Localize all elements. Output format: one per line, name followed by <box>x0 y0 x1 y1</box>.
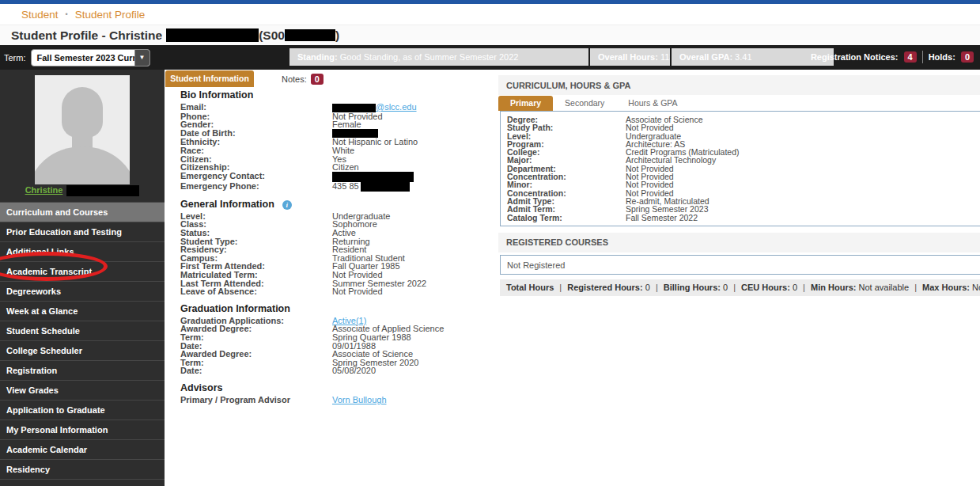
bio-row-emergency-phone: Emergency Phone:435 85 <box>180 182 498 192</box>
breadcrumb-student-profile[interactable]: Student Profile <box>75 9 146 21</box>
avatar-silhouette-torso <box>35 146 130 184</box>
bio-information-heading: Bio Information <box>180 89 498 101</box>
registered-hours-label: Registered Hours: <box>567 283 642 292</box>
bio-row-email: Email:@slcc.edu <box>180 103 498 112</box>
sidebar-item-additional-links[interactable]: Additional Links <box>0 242 165 262</box>
curriculum-row-degree: Degree:Associate of Science <box>507 116 980 123</box>
curriculum-tab-bar: Primary Secondary Hours & GPA <box>498 95 980 111</box>
sidebar-item-registration[interactable]: Registration <box>0 361 165 381</box>
overall-hours-label: Overall Hours: <box>598 52 658 62</box>
max-hours-value: Not available <box>972 283 980 292</box>
separator: | <box>911 283 920 292</box>
breadcrumb: Student • Student Profile <box>0 4 980 25</box>
sidebar: Christine Curriculum and Courses Prior E… <box>0 70 165 486</box>
sidebar-item-application-to-graduate[interactable]: Application to Graduate <box>0 401 165 420</box>
registered-hours-value: 0 <box>645 283 650 292</box>
sidebar-item-academic-transcript[interactable]: Academic Transcript <box>0 262 165 282</box>
tab-hours-gpa[interactable]: Hours & GPA <box>616 96 689 111</box>
email-link[interactable]: @slcc.edu <box>376 102 417 112</box>
breadcrumb-student[interactable]: Student <box>21 9 59 21</box>
sidebar-item-view-grades[interactable]: View Grades <box>0 381 165 401</box>
curriculum-row-catalog-term: Catalog Term:Fall Semester 2022 <box>507 214 980 222</box>
advisor-link[interactable]: Vorn Bullough <box>332 396 387 404</box>
curriculum-fields-box: Degree:Associate of Science Study Path:N… <box>500 111 980 226</box>
tab-primary[interactable]: Primary <box>498 96 553 111</box>
page-title-id-open: (S00 <box>259 28 285 43</box>
sidebar-item-prior-education-and-testing[interactable]: Prior Education and Testing <box>0 222 165 242</box>
min-hours-value: Not available <box>859 283 910 292</box>
redacted-student-id <box>285 29 335 41</box>
curriculum-row-admit-type: Admit Type:Re-admit, Matriculated <box>507 197 980 205</box>
graduation-information-heading: Graduation Information <box>180 303 498 314</box>
overall-gpa-value: 3.41 <box>735 52 751 62</box>
student-information-panel: Student Information Notes: 0 Bio Informa… <box>165 70 498 486</box>
holds-label: Holds: <box>929 52 955 62</box>
standing-strip: Standing: Good Standing, as of Summer Se… <box>289 48 834 66</box>
standing-box: Standing: Good Standing, as of Summer Se… <box>289 48 588 66</box>
overall-gpa-box: Overall GPA: 3.41 <box>672 48 834 66</box>
registration-notices-label: Registration Notices: <box>811 52 899 62</box>
ceu-hours-value: 0 <box>793 283 797 292</box>
sidebar-student-name: Christine <box>0 185 165 196</box>
max-hours-label: Max Hours: <box>922 283 970 292</box>
standing-label: Standing: <box>297 52 338 62</box>
curriculum-row-admit-term: Admit Term:Spring Semester 2023 <box>507 205 980 213</box>
tab-notes[interactable]: Notes: 0 <box>282 70 324 87</box>
term-select[interactable]: Fall Semester 2023 Current ... ▼ <box>31 49 150 66</box>
notices-divider <box>922 51 923 63</box>
sidebar-item-student-schedule[interactable]: Student Schedule <box>0 321 165 341</box>
graduation-information-section: Graduation Information Graduation Applic… <box>180 303 498 375</box>
curriculum-panel-header[interactable]: CURRICULUM, HOURS & GPA <box>498 75 980 95</box>
overall-gpa-label: Overall GPA: <box>679 52 732 62</box>
registration-notices-badge[interactable]: 4 <box>904 51 917 63</box>
tab-student-information[interactable]: Student Information <box>165 70 254 87</box>
sidebar-item-degreeworks[interactable]: Degreeworks <box>0 282 165 302</box>
separator: | <box>653 283 661 292</box>
sidebar-menu: Curriculum and Courses Prior Education a… <box>0 202 165 480</box>
general-row-matriculated-term: Matriculated Term:Not Provided <box>180 271 498 279</box>
sidebar-item-residency[interactable]: Residency <box>0 460 165 480</box>
tab-secondary[interactable]: Secondary <box>553 96 616 111</box>
right-panels: CURRICULUM, HOURS & GPA Primary Secondar… <box>498 70 980 486</box>
billing-hours-value: 0 <box>723 283 728 292</box>
curriculum-row-concentration-2: Concentration:Not Provided <box>507 189 980 197</box>
ceu-hours-label: CEU Hours: <box>741 283 790 292</box>
graduation-row-date-2: Date:05/08/2020 <box>180 366 498 375</box>
sidebar-item-curriculum-and-courses[interactable]: Curriculum and Courses <box>0 203 165 222</box>
registered-courses-header[interactable]: REGISTERED COURSES <box>498 233 980 252</box>
billing-hours-label: Billing Hours: <box>664 283 721 292</box>
curriculum-row-concentration-1: Concentration:Not Provided <box>507 173 980 180</box>
page-title-id-close: ) <box>335 28 339 43</box>
separator: | <box>556 283 565 292</box>
redacted-sidebar-last-name <box>66 185 139 196</box>
total-hours-label: Total Hours <box>506 283 554 292</box>
bio-row-citizenship: Citizenship:Citizen <box>180 163 498 172</box>
curriculum-row-college: College:Credit Programs (Matriculated) <box>507 148 980 156</box>
sidebar-item-week-at-a-glance[interactable]: Week at a Glance <box>0 302 165 321</box>
info-icon[interactable]: i <box>282 200 292 210</box>
hours-totals-bar: Total Hours | Registered Hours: 0 | Bill… <box>500 279 980 296</box>
curriculum-panel-title: CURRICULUM, HOURS & GPA <box>506 81 630 90</box>
separator: | <box>800 283 808 292</box>
curriculum-row-program: Program:Architecture: AS <box>507 140 980 148</box>
redacted-email-prefix <box>332 104 376 112</box>
general-row-leave-of-absence: Leave of Absence:Not Provided <box>180 287 498 296</box>
graduation-row-term-1: Term:Spring Quarter 1988 <box>180 333 498 342</box>
min-hours-label: Min Hours: <box>811 283 856 292</box>
notes-count-badge: 0 <box>311 74 324 85</box>
registered-courses-empty-box: Not Registered <box>500 255 980 275</box>
registered-courses-title: REGISTERED COURSES <box>506 237 608 247</box>
sidebar-item-academic-calendar[interactable]: Academic Calendar <box>0 440 165 460</box>
notices-area: Registration Notices: 4 Holds: 0 <box>811 48 974 66</box>
sidebar-item-my-personal-information[interactable]: My Personal Information <box>0 420 165 440</box>
advisor-row: Primary / Program AdvisorVorn Bullough <box>180 396 498 404</box>
sidebar-item-college-scheduler[interactable]: College Scheduler <box>0 341 165 361</box>
curriculum-row-level: Level:Undergraduate <box>507 132 980 140</box>
bio-row-race: Race:White <box>180 146 498 155</box>
page-title-text: Student Profile - Christine <box>11 28 162 43</box>
student-info-tab-bar: Student Information Notes: 0 <box>165 70 498 87</box>
curriculum-row-minor: Minor:Not Provided <box>507 180 980 188</box>
chevron-down-icon[interactable]: ▼ <box>134 50 149 66</box>
student-name-link[interactable]: Christine <box>25 185 63 195</box>
holds-badge[interactable]: 0 <box>961 51 974 63</box>
